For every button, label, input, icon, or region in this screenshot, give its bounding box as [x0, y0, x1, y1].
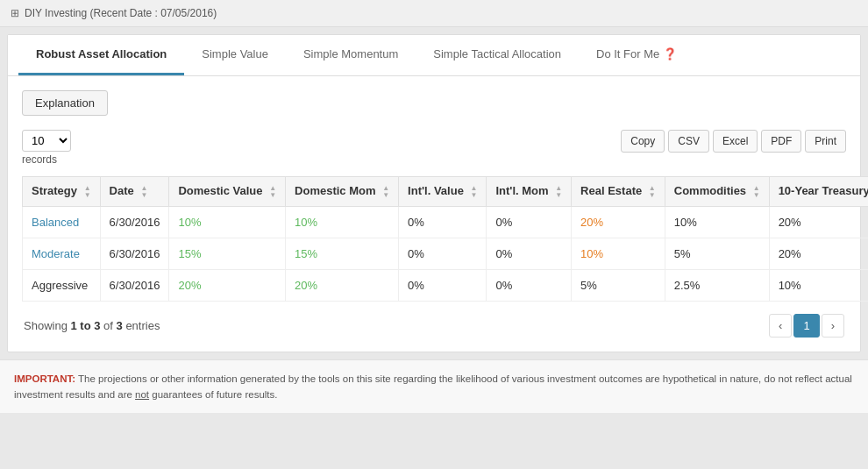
- cell-intl-mom: 0%: [487, 269, 572, 301]
- cell-domestic-mom: 15%: [286, 238, 399, 269]
- page-1-button[interactable]: 1: [793, 314, 819, 338]
- cell-date: 6/30/2016: [100, 269, 169, 301]
- prev-page-button[interactable]: ‹: [769, 314, 792, 338]
- disclaimer-not: not: [135, 389, 149, 400]
- cell-real-estate: 10%: [572, 238, 665, 269]
- sort-icon-strategy: ▲▼: [84, 185, 91, 199]
- col-ten-year-treasury[interactable]: 10-Year Treasury ▲▼: [769, 177, 868, 207]
- disclaimer-important: IMPORTANT:: [14, 373, 75, 384]
- cell-intl-value: 0%: [399, 238, 487, 269]
- tab-simple-tactical-allocation[interactable]: Simple Tactical Allocation: [416, 35, 579, 75]
- grid-icon: ⊞: [11, 7, 19, 19]
- cell-date: 6/30/2016: [100, 238, 169, 269]
- cell-intl-mom: 0%: [487, 238, 572, 269]
- cell-real-estate: 20%: [572, 206, 665, 238]
- table-header-row: Strategy ▲▼ Date ▲▼ Domestic Value ▲▼ Do…: [23, 177, 869, 207]
- col-intl-value[interactable]: Int'l. Value ▲▼: [399, 177, 487, 207]
- tab-simple-momentum[interactable]: Simple Momentum: [286, 35, 416, 75]
- top-bar: ⊞ DIY Investing (Recent Date : 07/05/201…: [0, 0, 868, 27]
- sort-icon-real-estate: ▲▼: [649, 185, 656, 199]
- col-date[interactable]: Date ▲▼: [100, 177, 169, 207]
- cell-date: 6/30/2016: [100, 206, 169, 238]
- table-row: Balanced 6/30/2016 10% 10% 0% 0% 20% 10%…: [23, 206, 869, 238]
- pdf-button[interactable]: PDF: [761, 130, 801, 153]
- footer-disclaimer: IMPORTANT: The projections or other info…: [0, 359, 868, 414]
- col-strategy[interactable]: Strategy ▲▼: [23, 177, 101, 207]
- cell-domestic-mom: 10%: [286, 206, 399, 238]
- cell-commodities: 5%: [665, 238, 769, 269]
- sort-icon-commodities: ▲▼: [753, 185, 760, 199]
- cell-ten-year-treasury: 20%: [769, 206, 868, 238]
- sort-icon-intl-value: ▲▼: [471, 185, 478, 199]
- data-table: Strategy ▲▼ Date ▲▼ Domestic Value ▲▼ Do…: [22, 176, 868, 302]
- col-commodities[interactable]: Commodities ▲▼: [665, 177, 769, 207]
- cell-commodities: 10%: [665, 206, 769, 238]
- cell-strategy: Aggressive: [23, 269, 101, 301]
- table-row: Aggressive 6/30/2016 20% 20% 0% 0% 5% 2.…: [23, 269, 869, 301]
- pagination: ‹ 1 ›: [769, 314, 844, 338]
- content-area: Explanation 10 25 50 100 records Copy CS…: [8, 76, 860, 352]
- next-page-button[interactable]: ›: [822, 314, 844, 338]
- col-real-estate[interactable]: Real Estate ▲▼: [572, 177, 665, 207]
- col-domestic-mom[interactable]: Domestic Mom ▲▼: [286, 177, 399, 207]
- cell-commodities: 2.5%: [665, 269, 769, 301]
- table-row: Moderate 6/30/2016 15% 15% 0% 0% 10% 5% …: [23, 238, 869, 269]
- disclaimer-text-2: guarantees of future results.: [152, 389, 277, 400]
- records-per-page-select[interactable]: 10 25 50 100: [22, 130, 71, 152]
- records-select-wrap: 10 25 50 100 records: [22, 130, 71, 166]
- cell-strategy[interactable]: Balanced: [23, 206, 101, 238]
- explanation-button[interactable]: Explanation: [22, 90, 108, 116]
- cell-intl-value: 0%: [399, 206, 487, 238]
- csv-button[interactable]: CSV: [668, 130, 709, 153]
- cell-real-estate: 5%: [572, 269, 665, 301]
- tab-simple-value[interactable]: Simple Value: [184, 35, 286, 75]
- records-label: records: [22, 153, 71, 166]
- toolbar: 10 25 50 100 records Copy CSV Excel PDF …: [22, 130, 846, 166]
- pagination-area: Showing 1 to 3 of 3 entries ‹ 1 ›: [22, 314, 846, 338]
- cell-domestic-value: 20%: [169, 269, 286, 301]
- cell-domestic-mom: 20%: [286, 269, 399, 301]
- main-container: Robust Asset Allocation Simple Value Sim…: [7, 34, 861, 352]
- tabs-bar: Robust Asset Allocation Simple Value Sim…: [8, 35, 860, 76]
- export-buttons: Copy CSV Excel PDF Print: [621, 130, 846, 153]
- sort-icon-domestic-value: ▲▼: [269, 185, 276, 199]
- copy-button[interactable]: Copy: [621, 130, 665, 153]
- sort-icon-date: ▲▼: [140, 185, 147, 199]
- col-domestic-value[interactable]: Domestic Value ▲▼: [169, 177, 286, 207]
- cell-domestic-value: 10%: [169, 206, 286, 238]
- sort-icon-intl-mom: ▲▼: [555, 185, 562, 199]
- excel-button[interactable]: Excel: [713, 130, 758, 153]
- print-button[interactable]: Print: [805, 130, 846, 153]
- cell-ten-year-treasury: 10%: [769, 269, 868, 301]
- top-bar-label: DIY Investing (Recent Date : 07/05/2016): [25, 7, 217, 19]
- col-intl-mom[interactable]: Int'l. Mom ▲▼: [487, 177, 572, 207]
- sort-icon-domestic-mom: ▲▼: [382, 185, 389, 199]
- cell-ten-year-treasury: 20%: [769, 238, 868, 269]
- cell-strategy[interactable]: Moderate: [23, 238, 101, 269]
- cell-intl-mom: 0%: [487, 206, 572, 238]
- records-select-row: 10 25 50 100: [22, 130, 71, 152]
- tab-do-it-for-me[interactable]: Do It For Me ❓: [579, 35, 694, 75]
- cell-intl-value: 0%: [399, 269, 487, 301]
- showing-text: Showing 1 to 3 of 3 entries: [24, 319, 160, 332]
- tab-robust-asset-allocation[interactable]: Robust Asset Allocation: [18, 35, 184, 75]
- cell-domestic-value: 15%: [169, 238, 286, 269]
